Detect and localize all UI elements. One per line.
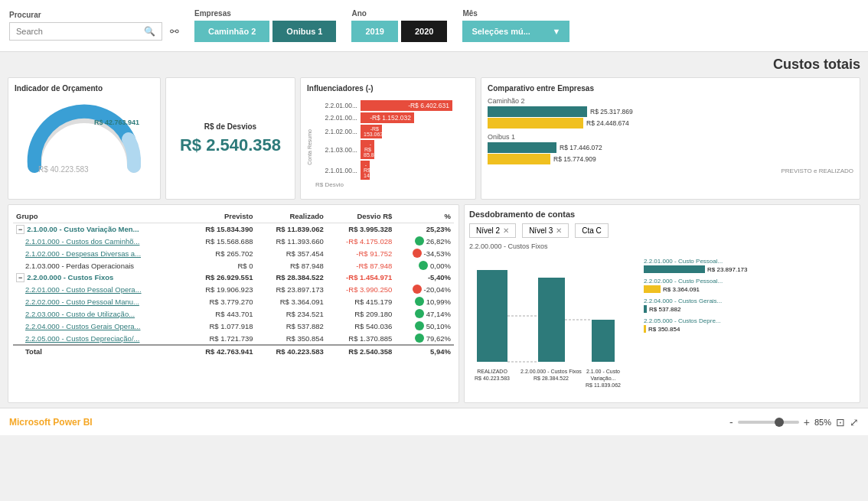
right-bar-chart-3: R$ 537.882 <box>644 305 855 313</box>
procurar-label: Procurar <box>9 11 179 19</box>
empresas-label: Empresas <box>194 9 336 18</box>
infl-bar-1: -R$ 6.402.631 <box>361 100 452 111</box>
svg-text:R$ 28.384.522: R$ 28.384.522 <box>534 376 569 381</box>
comp-bar-row-2b: R$ 15.774.909 <box>488 154 853 164</box>
svg-rect-0 <box>477 270 507 362</box>
influenciadores-chart: 2.2.01.00... -R$ 6.402.631 2.2.01.00... … <box>315 100 469 180</box>
infl-bar-3: -R$ 153.063 <box>361 125 382 138</box>
pct-value: 25,23% <box>426 225 451 233</box>
cell-realizado: R$ 537.882 <box>256 320 326 332</box>
grupo-link[interactable]: 2.1.02.000 - Despesas Diversas a... <box>25 249 141 258</box>
collapse-icon[interactable]: − <box>16 225 24 234</box>
comparativo-legend: PREVISTO e REALIZADO <box>488 168 853 174</box>
right-bar-item-1: 2.2.01.000 - Custo Pessoal... R$ 23.897.… <box>644 258 855 273</box>
col-grupo: Grupo <box>13 210 185 223</box>
svg-text:REALIZADO: REALIZADO <box>477 369 507 374</box>
cell-pct: -5,40% <box>395 272 454 283</box>
gauge-svg <box>23 97 145 174</box>
col-realizado: Realizado <box>256 210 326 223</box>
right-bar-label-3[interactable]: 2.2.04.000 - Custos Gerais... <box>644 298 855 304</box>
nivel3-filter[interactable]: Nível 3 ✕ <box>522 223 569 238</box>
infl-bar-2: -R$ 1.152.032 <box>361 112 414 123</box>
svg-rect-5 <box>538 278 565 362</box>
main-content: Custos totais Indicador de Orçamento R$ … <box>0 52 868 408</box>
empresa-onibus1[interactable]: Onibus 1 <box>272 21 336 42</box>
pct-value: 79,62% <box>426 334 451 343</box>
gauge-inner-value: R$ 40.223.583 <box>38 165 89 174</box>
card-desvios: R$ de Desvios R$ 2.540.358 <box>165 77 295 200</box>
cell-previsto: R$ 3.779.270 <box>185 295 256 307</box>
waterfall-area: REALIZADO R$ 40.223.583 2.2.00.000 - Cus… <box>469 255 638 398</box>
desdobramento-content: REALIZADO R$ 40.223.583 2.2.00.000 - Cus… <box>469 255 855 398</box>
grupo-link[interactable]: 2.2.02.000 - Custo Pessoal Manu... <box>25 298 139 306</box>
pct-value: 10,99% <box>426 298 451 306</box>
nivel2-close-icon[interactable]: ✕ <box>503 226 509 235</box>
status-badge <box>415 309 424 318</box>
right-bar-val-3: R$ 537.882 <box>649 306 680 313</box>
search-box[interactable]: 🔍 <box>9 22 162 41</box>
cta-filter[interactable]: Cta C <box>575 223 609 238</box>
empresa-caminhao2[interactable]: Caminhão 2 <box>194 21 269 42</box>
status-badge <box>415 236 424 246</box>
mes-select[interactable]: Seleções mú... ▼ <box>462 21 569 42</box>
status-badge <box>415 297 424 306</box>
cell-grupo: 2.1.03.000 - Perdas Operacionais <box>13 259 185 272</box>
infl-label-3: 2.1.02.00... <box>315 128 357 135</box>
cell-grupo: Total <box>13 345 185 357</box>
cell-desvio: -R$ 1.454.971 <box>327 272 396 283</box>
col-pct: % <box>395 210 454 223</box>
right-bar-label-1[interactable]: 2.2.01.000 - Custo Pessoal... <box>644 258 855 265</box>
desdobramento-filters: Nível 2 ✕ Nível 3 ✕ Cta C <box>469 223 855 238</box>
fullscreen-icon[interactable]: ⤢ <box>850 416 859 428</box>
comp-bars-2: R$ 17.446.072 R$ 15.774.909 <box>488 142 853 164</box>
right-bar-label-4[interactable]: 2.2.05.000 - Custos Depre... <box>644 317 855 324</box>
rs-desvio-label: R$ Desvio <box>315 181 344 188</box>
ano-2020[interactable]: 2020 <box>401 21 447 42</box>
fit-screen-icon[interactable]: ⊡ <box>836 416 845 428</box>
infl-row-2: 2.2.01.00... -R$ 1.152.032 <box>315 112 469 123</box>
collapse-icon[interactable]: − <box>16 273 24 282</box>
desvios-title: R$ de Desvios <box>204 122 256 131</box>
infl-bar-5: -R$ 14.766 <box>361 161 370 180</box>
search-input[interactable] <box>16 27 144 36</box>
grupo-link[interactable]: 2.1.01.000 - Custos dos Caminhõ... <box>25 237 139 246</box>
pct-value: -5,40% <box>428 273 451 281</box>
svg-text:R$ 40.223.583: R$ 40.223.583 <box>475 376 510 381</box>
gauge-outer-value: R$ 42.763.941 <box>94 119 139 126</box>
cell-grupo: 2.1.01.000 - Custos dos Caminhõ... <box>13 235 185 247</box>
page-title: Custos totais <box>8 57 860 73</box>
comp-bars-1: R$ 25.317.869 R$ 24.448.674 <box>488 106 853 129</box>
power-bi-link[interactable]: Microsoft Power BI <box>9 417 93 428</box>
zoom-slider[interactable] <box>738 421 799 424</box>
zoom-minus-button[interactable]: - <box>729 416 733 428</box>
comp-bar-blue-2 <box>488 142 556 153</box>
zoom-plus-button[interactable]: + <box>804 416 810 428</box>
nivel2-label: Nível 2 <box>476 226 500 235</box>
cell-desvio: R$ 3.995.328 <box>327 223 396 236</box>
grupo-link[interactable]: 2.2.04.000 - Custos Gerais Opera... <box>25 322 141 330</box>
grupo-link[interactable]: 2.2.01.000 - Custo Pessoal Opera... <box>25 285 142 294</box>
grupo-link[interactable]: 2.2.03.000 - Custo de Utilização... <box>25 310 135 318</box>
footer-bar: Microsoft Power BI - + 85% ⊡ ⤢ <box>0 408 868 435</box>
cell-realizado: R$ 28.384.522 <box>256 272 326 283</box>
gauge-container: R$ 42.763.941 R$ 40.223.583 <box>23 97 145 181</box>
filter-icon[interactable]: ⚯ <box>170 25 179 37</box>
cell-previsto: R$ 265.702 <box>185 247 256 259</box>
nivel2-filter[interactable]: Nível 2 ✕ <box>469 223 516 238</box>
cell-desvio: R$ 2.540.358 <box>327 345 396 357</box>
right-bar-label-2[interactable]: 2.2.02.000 - Custo Pessoal... <box>644 278 855 285</box>
cell-grupo: 2.2.01.000 - Custo Pessoal Opera... <box>13 283 185 295</box>
svg-text:R$ 11.839.062: R$ 11.839.062 <box>586 382 621 388</box>
cell-desvio: -R$ 91.752 <box>327 247 396 259</box>
card-desdobramento: Desdobramento de contas Nível 2 ✕ Nível … <box>464 204 860 403</box>
ano-2019[interactable]: 2019 <box>351 21 397 42</box>
cell-previsto: R$ 19.906.923 <box>185 283 256 295</box>
grupo-link[interactable]: 2.2.05.000 - Custos Depreciação/... <box>25 334 139 343</box>
table-row: 2.1.02.000 - Despesas Diversas a...R$ 26… <box>13 247 454 259</box>
comp-label-1: Caminhão 2 <box>488 97 853 105</box>
nivel3-close-icon[interactable]: ✕ <box>556 226 562 235</box>
empresas-filter: Empresas Caminhão 2 Onibus 1 <box>194 9 336 42</box>
status-badge <box>419 261 428 270</box>
mes-label: Mês <box>462 9 569 18</box>
right-bar-chart-1: R$ 23.897.173 <box>644 265 855 273</box>
